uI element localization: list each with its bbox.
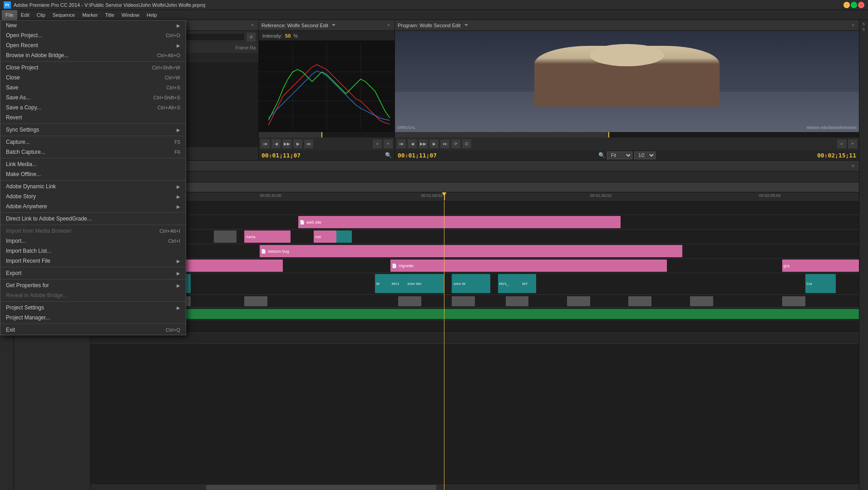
- menu-savecopy-label: Save a Copy...: [6, 104, 41, 111]
- menu-story-arrow: ▶: [177, 194, 180, 199]
- menu-projsettings-label: Project Settings: [6, 304, 44, 311]
- menu-new[interactable]: New ▶: [0, 20, 186, 30]
- sep6: [0, 212, 186, 213]
- menu-save-label: Save: [6, 84, 18, 91]
- menu-bridge-shortcut: Ctrl+Alt+O: [157, 53, 180, 58]
- menu-close-project[interactable]: Close Project Ctrl+Shift+W: [0, 63, 186, 73]
- sep3: [0, 136, 186, 136]
- sep9: [0, 279, 186, 279]
- menu-importbrowser-label: Import from Media Browser: [6, 228, 72, 234]
- menu-adobe-story[interactable]: Adobe Story ▶: [0, 191, 186, 201]
- menu-speedgrade[interactable]: Direct Link to Adobe SpeedGrade...: [0, 214, 186, 224]
- menu-open-label: Open Project...: [6, 32, 42, 39]
- menu-closeproject-shortcut: Ctrl+Shift+W: [152, 65, 180, 70]
- menu-open-recent[interactable]: Open Recent ▶: [0, 40, 186, 50]
- menu-anywhere-arrow: ▶: [177, 204, 180, 209]
- sep4: [0, 158, 186, 158]
- menu-anywhere-label: Adobe Anywhere: [6, 203, 47, 210]
- menu-save[interactable]: Save Ctrl+S: [0, 83, 186, 93]
- sep2: [0, 123, 186, 124]
- menu-bridge-label: Browse in Adobe Bridge...: [6, 52, 69, 59]
- menu-sync-settings[interactable]: Sync Settings ▶: [0, 125, 186, 135]
- menu-new-label: New: [6, 22, 17, 29]
- menu-import-shortcut: Ctrl+I: [168, 238, 180, 244]
- menu-export-arrow: ▶: [177, 271, 180, 276]
- menu-open-shortcut: Ctrl+O: [166, 33, 180, 38]
- menu-linkmedia-label: Link Media...: [6, 161, 37, 167]
- menu-getprops-arrow: ▶: [177, 283, 180, 288]
- menu-sync-arrow: ▶: [177, 127, 180, 132]
- menu-make-offline[interactable]: Make Offline...: [0, 169, 186, 179]
- menu-close[interactable]: Close Ctrl+W: [0, 73, 186, 83]
- menu-capture-label: Capture...: [6, 139, 30, 145]
- menu-speedgrade-label: Direct Link to Adobe SpeedGrade...: [6, 216, 92, 222]
- sep7: [0, 225, 186, 225]
- menu-project-settings[interactable]: Project Settings ▶: [0, 303, 186, 313]
- menu-saveas-label: Save As...: [6, 94, 30, 101]
- menu-save-copy[interactable]: Save a Copy... Ctrl+Alt+S: [0, 103, 186, 113]
- sep1: [0, 61, 186, 62]
- menu-export[interactable]: Export ▶: [0, 268, 186, 278]
- menu-link-media[interactable]: Link Media...: [0, 159, 186, 169]
- menu-revert[interactable]: Revert: [0, 113, 186, 122]
- menu-adobe-dynamic-link[interactable]: Adobe Dynamic Link ▶: [0, 181, 186, 191]
- menu-bridge[interactable]: Browse in Adobe Bridge... Ctrl+Alt+O: [0, 50, 186, 60]
- menu-exit-label: Exit: [6, 327, 15, 333]
- menu-saveas-shortcut: Ctrl+Shift+S: [153, 95, 180, 100]
- menu-adobe-anywhere[interactable]: Adobe Anywhere ▶: [0, 201, 186, 211]
- menu-import-browser[interactable]: Import from Media Browser Ctrl+Alt+I: [0, 226, 186, 236]
- menu-project-manager[interactable]: Project Manager...: [0, 313, 186, 323]
- menu-projsettings-arrow: ▶: [177, 305, 180, 310]
- menu-import-label: Import...: [6, 238, 26, 244]
- menu-importrecent-arrow: ▶: [177, 259, 180, 264]
- menu-get-properties[interactable]: Get Properties for ▶: [0, 280, 186, 290]
- menu-exit[interactable]: Exit Ctrl+Q: [0, 325, 186, 335]
- menu-getprops-label: Get Properties for: [6, 282, 49, 289]
- menu-projmanager-label: Project Manager...: [6, 314, 50, 321]
- menu-savecopy-shortcut: Ctrl+Alt+S: [158, 105, 180, 110]
- sep10: [0, 301, 186, 302]
- file-menu: New ▶ Open Project... Ctrl+O Open Recent…: [0, 20, 186, 335]
- menu-capture-shortcut: F5: [174, 139, 180, 145]
- menu-save-shortcut: Ctrl+S: [166, 85, 180, 90]
- sep5: [0, 180, 186, 181]
- menu-capture[interactable]: Capture... F5: [0, 137, 186, 147]
- menu-import-recent[interactable]: Import Recent File ▶: [0, 256, 186, 266]
- menu-batchcapture-label: Batch Capture...: [6, 149, 45, 155]
- menu-importrecent-label: Import Recent File: [6, 258, 50, 264]
- menu-save-as[interactable]: Save As... Ctrl+Shift+S: [0, 93, 186, 103]
- menu-closeproject-label: Close Project: [6, 64, 38, 71]
- menu-exit-shortcut: Ctrl+Q: [166, 327, 180, 333]
- sep8: [0, 267, 186, 267]
- menu-openrecent-arrow: ▶: [177, 43, 180, 48]
- menu-import-batch[interactable]: Import Batch List...: [0, 246, 186, 256]
- menu-dynamiclink-arrow: ▶: [177, 184, 180, 189]
- menu-batchcapture-shortcut: F6: [174, 149, 180, 155]
- menu-story-label: Adobe Story: [6, 193, 36, 200]
- dropdown-overlay[interactable]: New ▶ Open Project... Ctrl+O Open Recent…: [0, 0, 868, 490]
- menu-dynamiclink-label: Adobe Dynamic Link: [6, 183, 56, 190]
- menu-new-arrow: ▶: [177, 23, 180, 28]
- menu-importbatch-label: Import Batch List...: [6, 248, 51, 254]
- menu-revealbridge-label: Reveal in Adobe Bridge...: [6, 292, 67, 299]
- menu-revert-label: Revert: [6, 114, 22, 121]
- sep11: [0, 323, 186, 324]
- menu-batch-capture[interactable]: Batch Capture... F6: [0, 147, 186, 157]
- menu-close-label: Close: [6, 74, 20, 81]
- menu-export-label: Export: [6, 270, 22, 276]
- menu-import[interactable]: Import... Ctrl+I: [0, 236, 186, 246]
- menu-close-shortcut: Ctrl+W: [165, 75, 180, 80]
- menu-reveal-bridge[interactable]: Reveal in Adobe Bridge...: [0, 290, 186, 300]
- menu-makeoffline-label: Make Offline...: [6, 171, 41, 177]
- menu-sync-label: Sync Settings: [6, 127, 39, 133]
- menu-open-project[interactable]: Open Project... Ctrl+O: [0, 30, 186, 40]
- menu-importbrowser-shortcut: Ctrl+Alt+I: [159, 228, 180, 234]
- menu-openrecent-label: Open Recent: [6, 42, 38, 49]
